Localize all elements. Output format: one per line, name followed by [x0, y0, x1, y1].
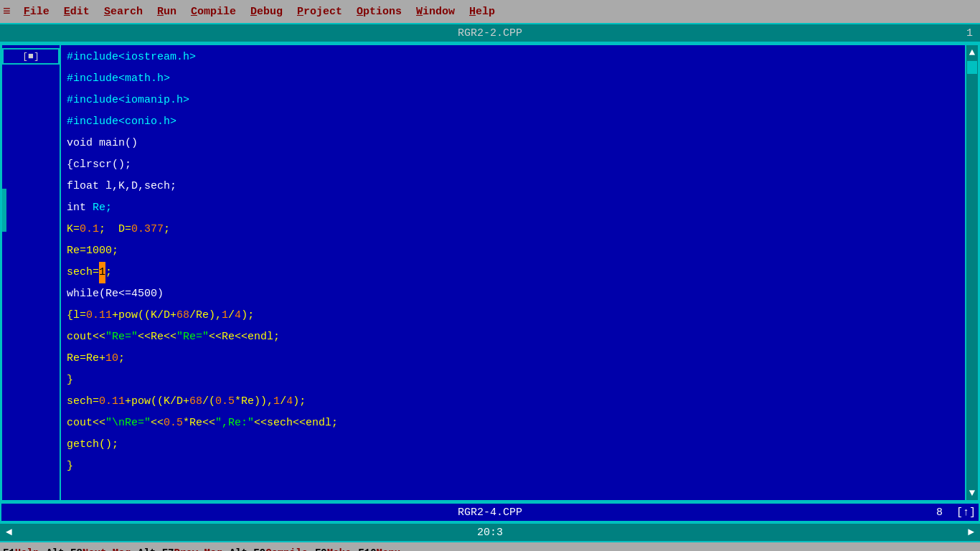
editor-container: [■] #include<iostream.h> #include<math.h…	[0, 43, 980, 502]
code-line-1: #include<iostream.h>	[67, 47, 959, 68]
code-line-20: }	[67, 456, 959, 477]
code-line-17: sech=0.11+pow((K/D+68/(0.5*Re)),1/4);	[67, 391, 959, 413]
scroll-thumb[interactable]	[967, 61, 977, 74]
code-line-14: cout<<"Re="<<Re<<"Re="<<Re<<endl;	[67, 326, 959, 348]
code-line-16: }	[67, 369, 959, 391]
code-line-3: #include<iomanip.h>	[67, 90, 959, 111]
funckey-bar: F1 Help Alt-F8 Next Msg Alt-F7 Prev Msg …	[0, 542, 980, 551]
code-line-6: {clrscr();	[67, 154, 959, 176]
scroll-left-arrow[interactable]: ◄	[6, 527, 12, 539]
code-line-12: while(Re<=4500)	[67, 283, 959, 305]
scroll-up-arrow[interactable]: ▲	[966, 45, 978, 60]
left-gutter: [■]	[2, 45, 61, 500]
code-line-4: #include<conio.h>	[67, 111, 959, 133]
code-line-18: cout<<"\nRe="<<0.5*Re<<",Re:"<<sech<<end…	[67, 413, 959, 434]
hamburger-icon[interactable]: ≡	[3, 4, 11, 19]
code-line-2: #include<math.h>	[67, 68, 959, 90]
menu-options[interactable]: Options	[349, 4, 409, 19]
status-bar: ◄ 20:3 ►	[0, 522, 980, 542]
code-line-7: float l,K,D,sech;	[67, 176, 959, 197]
fk-altf7[interactable]: Alt-F7 Prev Msg	[138, 547, 228, 551]
top-title-bar: RGR2-2.CPP 1	[0, 23, 980, 43]
second-filename: RGR2-4.CPP	[458, 507, 522, 519]
code-line-10: Re=1000;	[67, 240, 959, 262]
second-win-number: 8	[936, 507, 943, 519]
top-win-number: 1	[966, 27, 973, 39]
scroll-right-arrow[interactable]: ►	[968, 527, 974, 539]
menu-compile[interactable]: Compile	[184, 4, 243, 19]
menu-edit[interactable]: Edit	[57, 4, 97, 19]
second-scroll-indicator: [↑]	[956, 507, 976, 519]
menu-bar: ≡ File Edit Search Run Compile Debug Pro…	[0, 0, 980, 23]
top-filename: RGR2-2.CPP	[458, 27, 522, 39]
code-area[interactable]: #include<iostream.h> #include<math.h> #i…	[61, 45, 965, 500]
fk-f1[interactable]: F1 Help	[3, 547, 44, 551]
right-scrollbar[interactable]: ▲ ▼	[965, 45, 978, 500]
menu-run[interactable]: Run	[150, 4, 184, 19]
menu-project[interactable]: Project	[290, 4, 349, 19]
menu-search[interactable]: Search	[97, 4, 150, 19]
left-scroll-indicator	[2, 189, 6, 232]
code-line-15: Re=Re+10;	[67, 348, 959, 369]
code-line-8: int Re;	[67, 197, 959, 219]
cursor-position: 20:3	[12, 527, 968, 539]
fk-altf9[interactable]: Alt-F9 Compile	[230, 547, 314, 551]
scroll-down-arrow[interactable]: ▼	[966, 486, 978, 500]
second-title-bar: RGR2-4.CPP 8 [↑]	[0, 502, 980, 522]
code-line-19: getch();	[67, 434, 959, 456]
code-line-9: K=0.1; D=0.377;	[67, 219, 959, 240]
code-line-5: void main()	[67, 133, 959, 154]
code-line-11: sech=1;	[67, 262, 959, 283]
window-label[interactable]: [■]	[2, 48, 60, 65]
menu-debug[interactable]: Debug	[243, 4, 290, 19]
menu-help[interactable]: Help	[462, 4, 502, 19]
fk-altf8[interactable]: Alt-F8 Next Msg	[46, 547, 136, 551]
menu-window[interactable]: Window	[409, 4, 462, 19]
fk-f9[interactable]: F9 Make	[315, 547, 357, 551]
code-line-13: {l=0.11+pow((K/D+68/Re),1/4);	[67, 305, 959, 326]
fk-f10[interactable]: F10 Menu	[358, 547, 406, 551]
menu-file[interactable]: File	[17, 4, 57, 19]
